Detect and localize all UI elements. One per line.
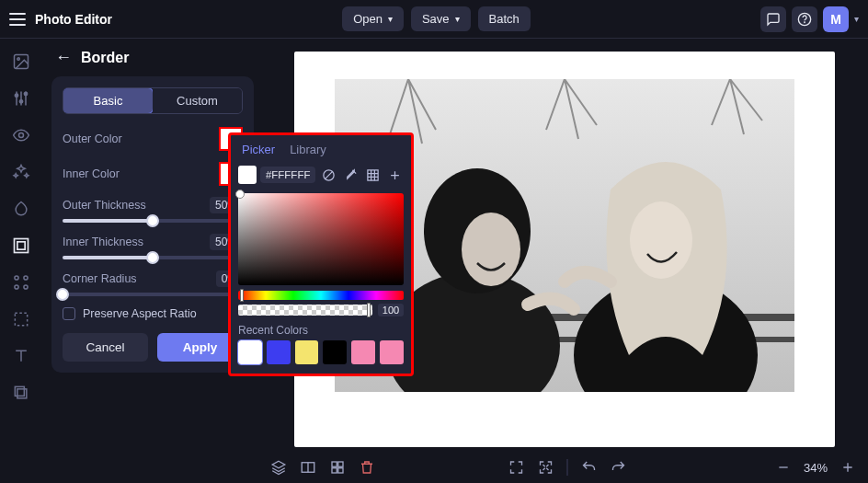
recent-color-swatch[interactable]	[295, 340, 319, 364]
batch-button[interactable]: Batch	[478, 6, 531, 31]
status-bar: 34%	[267, 452, 868, 483]
cancel-button[interactable]: Cancel	[63, 333, 148, 362]
svg-point-24	[630, 201, 692, 279]
recent-colors: Recent Colors	[231, 320, 411, 374]
svg-point-6	[24, 92, 27, 95]
inner-thickness-slider[interactable]	[63, 256, 243, 259]
frame-tool-icon[interactable]	[11, 236, 31, 256]
palette-grid-icon[interactable]	[363, 166, 382, 184]
current-color-swatch[interactable]	[238, 166, 257, 184]
image-tool-icon[interactable]	[11, 52, 31, 72]
adjust-tool-icon[interactable]	[11, 88, 31, 109]
zoom-in-icon[interactable]	[840, 460, 855, 475]
alpha-slider[interactable]	[238, 305, 372, 316]
fit-screen-icon[interactable]	[538, 459, 554, 476]
chevron-down-icon: ▾	[455, 14, 460, 24]
undo-icon[interactable]	[581, 459, 598, 476]
outer-color-label: Outer Color	[63, 132, 122, 145]
corner-radius-row: Corner Radius 0%	[63, 270, 243, 296]
status-left	[270, 459, 375, 476]
add-icon[interactable]	[385, 166, 404, 184]
tab-custom[interactable]: Custom	[153, 88, 242, 113]
no-color-icon[interactable]	[319, 166, 337, 184]
preserve-aspect-row[interactable]: Preserve Aspect Ratio	[63, 307, 243, 320]
effects-tool-icon[interactable]	[11, 162, 31, 182]
svg-rect-31	[338, 468, 343, 473]
svg-point-11	[24, 276, 28, 280]
feedback-icon[interactable]	[760, 6, 786, 32]
inner-thickness-row: Inner Thickness 50%	[63, 234, 243, 259]
svg-rect-26	[368, 169, 378, 179]
elements-tool-icon[interactable]	[11, 272, 31, 293]
outer-thickness-label: Outer Thickness	[63, 199, 146, 212]
open-button[interactable]: Open▾	[342, 6, 404, 31]
zoom-value[interactable]: 34%	[804, 461, 828, 475]
recent-colors-label: Recent Colors	[238, 324, 404, 337]
eyedropper-icon[interactable]	[341, 166, 360, 184]
tab-basic[interactable]: Basic	[63, 87, 154, 114]
hue-handle[interactable]	[240, 289, 244, 302]
corner-radius-slider[interactable]	[63, 293, 243, 296]
layers-icon[interactable]	[270, 459, 287, 476]
save-button[interactable]: Save▾	[411, 6, 471, 31]
crop-tool-icon[interactable]	[11, 309, 31, 329]
chevron-down-icon: ▾	[388, 14, 393, 24]
outer-thickness-row: Outer Thickness 50%	[63, 197, 243, 223]
hex-input[interactable]: #FFFFFF	[260, 167, 316, 183]
compare-icon[interactable]	[300, 459, 316, 476]
eye-tool-icon[interactable]	[11, 125, 31, 145]
svg-point-7	[19, 133, 24, 138]
tab-library[interactable]: Library	[290, 143, 326, 156]
status-center	[508, 459, 627, 476]
text-tool-icon[interactable]	[11, 346, 31, 366]
chevron-down-icon[interactable]: ▾	[854, 14, 859, 24]
recent-color-swatch[interactable]	[380, 340, 404, 364]
svg-point-13	[24, 285, 28, 289]
avatar[interactable]: M	[823, 6, 849, 32]
svg-point-3	[17, 58, 19, 61]
panel-body: Basic Custom Outer Color Inner Color Out…	[51, 76, 254, 373]
header-right: M ▾	[760, 6, 859, 32]
open-label: Open	[353, 12, 383, 26]
recent-color-swatch[interactable]	[351, 340, 375, 364]
recent-color-swatch[interactable]	[323, 340, 347, 364]
hue-slider[interactable]	[238, 291, 404, 300]
divider	[567, 459, 568, 476]
saturation-handle[interactable]	[235, 190, 245, 199]
redo-icon[interactable]	[611, 459, 627, 476]
panel-title: Border	[81, 50, 129, 66]
zoom-out-icon[interactable]	[776, 460, 791, 475]
app-title: Photo Editor	[35, 12, 112, 27]
preserve-aspect-label: Preserve Aspect Ratio	[83, 307, 197, 320]
recent-colors-row	[238, 340, 404, 364]
recent-color-swatch[interactable]	[267, 340, 291, 364]
recent-color-swatch[interactable]	[238, 340, 262, 364]
layers-tool-icon[interactable]	[11, 383, 31, 403]
svg-rect-15	[17, 389, 27, 398]
svg-point-5	[19, 100, 22, 103]
grid-icon[interactable]	[329, 459, 346, 476]
picker-tabs: Picker Library	[231, 135, 411, 162]
fullscreen-icon[interactable]	[508, 459, 525, 476]
svg-point-22	[462, 213, 520, 286]
tab-picker[interactable]: Picker	[242, 143, 275, 156]
border-panel: ← Border Basic Custom Outer Color Inner …	[51, 48, 254, 373]
draw-tool-icon[interactable]	[11, 199, 31, 219]
tool-rail	[0, 39, 42, 483]
inner-thickness-label: Inner Thickness	[63, 236, 143, 248]
svg-point-12	[15, 285, 18, 289]
panel-buttons: Cancel Apply	[63, 333, 243, 362]
back-arrow-icon[interactable]: ←	[55, 48, 72, 67]
alpha-handle[interactable]	[367, 303, 371, 317]
outer-thickness-slider[interactable]	[63, 219, 243, 223]
preserve-aspect-checkbox[interactable]	[63, 307, 75, 320]
saturation-area[interactable]	[238, 193, 404, 285]
panel-head: ← Border	[51, 48, 254, 67]
alpha-value[interactable]: 100	[378, 304, 404, 316]
svg-rect-16	[15, 386, 24, 396]
hamburger-icon[interactable]	[9, 13, 26, 26]
help-icon[interactable]	[792, 6, 817, 32]
delete-icon[interactable]	[359, 459, 375, 476]
border-tabs: Basic Custom	[63, 87, 243, 114]
header-left: Photo Editor	[9, 12, 112, 27]
